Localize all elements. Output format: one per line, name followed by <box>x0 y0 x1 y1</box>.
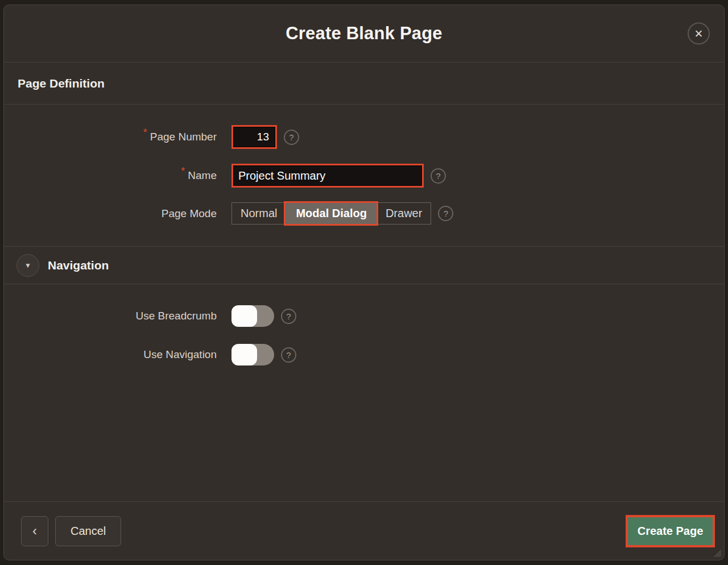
page-number-field: ? <box>231 125 299 149</box>
create-page-button[interactable]: Create Page <box>628 517 713 545</box>
page-mode-button-group: Normal Modal Dialog Drawer <box>231 202 431 225</box>
name-field: ? <box>231 164 446 188</box>
use-navigation-row: Use Navigation ? <box>4 344 724 365</box>
navigation-section-header: ▼ Navigation <box>4 246 724 284</box>
use-breadcrumb-row: Use Breadcrumb ? <box>4 305 724 327</box>
use-breadcrumb-field: ? <box>231 305 296 327</box>
page-mode-label: Page Mode <box>4 207 217 220</box>
use-breadcrumb-help-button[interactable]: ? <box>281 309 296 324</box>
page-mode-row: Page Mode Normal Modal Dialog Drawer ? <box>4 202 724 225</box>
page-number-highlight <box>231 125 277 149</box>
use-navigation-field: ? <box>231 344 296 365</box>
page-mode-option-normal[interactable]: Normal <box>232 203 286 224</box>
page-mode-option-drawer[interactable]: Drawer <box>377 203 431 224</box>
create-blank-page-dialog: Create Blank Page ✕ Page Definition *Pag… <box>3 5 725 560</box>
create-page-highlight: Create Page <box>626 515 715 547</box>
help-icon: ? <box>286 350 291 360</box>
page-number-help-button[interactable]: ? <box>284 130 299 145</box>
resize-grip[interactable] <box>711 547 721 557</box>
name-highlight <box>231 164 424 188</box>
help-icon: ? <box>289 132 293 142</box>
use-breadcrumb-label: Use Breadcrumb <box>4 310 217 322</box>
page-number-input[interactable] <box>233 127 275 147</box>
page-definition-title: Page Definition <box>18 77 105 90</box>
close-icon: ✕ <box>694 28 704 40</box>
page-definition-section-header: Page Definition <box>4 63 724 105</box>
use-navigation-label: Use Navigation <box>4 348 217 361</box>
help-icon: ? <box>286 311 291 321</box>
use-breadcrumb-toggle[interactable] <box>231 305 274 327</box>
use-navigation-help-button[interactable]: ? <box>281 347 296 363</box>
required-icon: * <box>181 165 185 177</box>
page-number-label: *Page Number <box>4 131 217 143</box>
chevron-left-icon: ‹ <box>32 523 37 538</box>
chevron-down-icon: ▼ <box>24 261 31 269</box>
page-mode-field: Normal Modal Dialog Drawer ? <box>231 202 453 225</box>
dialog-title: Create Blank Page <box>286 23 442 44</box>
help-icon: ? <box>444 209 448 218</box>
page-definition-fields: *Page Number ? *Name <box>4 105 724 246</box>
toggle-knob <box>231 305 257 327</box>
name-input[interactable] <box>233 165 422 186</box>
help-icon: ? <box>436 171 440 181</box>
name-help-button[interactable]: ? <box>431 168 446 184</box>
page-mode-help-button[interactable]: ? <box>438 206 453 221</box>
navigation-title: Navigation <box>48 259 109 272</box>
back-button[interactable]: ‹ <box>21 516 48 546</box>
use-navigation-toggle[interactable] <box>231 344 274 365</box>
page-number-row: *Page Number ? <box>4 125 724 149</box>
toggle-knob <box>231 344 257 365</box>
page-mode-option-modal-dialog[interactable]: Modal Dialog <box>286 203 376 224</box>
navigation-collapse-button[interactable]: ▼ <box>16 254 39 277</box>
cancel-button[interactable]: Cancel <box>55 516 121 546</box>
name-label: *Name <box>4 169 217 182</box>
name-row: *Name ? <box>4 164 724 188</box>
content-spacer <box>4 365 724 501</box>
required-icon: * <box>143 127 147 138</box>
screen-backdrop: Create Blank Page ✕ Page Definition *Pag… <box>0 0 728 565</box>
close-button[interactable]: ✕ <box>688 23 710 45</box>
dialog-footer: ‹ Cancel Create Page <box>4 501 724 560</box>
dialog-header: Create Blank Page ✕ <box>4 5 724 63</box>
navigation-fields: Use Breadcrumb ? Use Navigation <box>4 284 724 365</box>
